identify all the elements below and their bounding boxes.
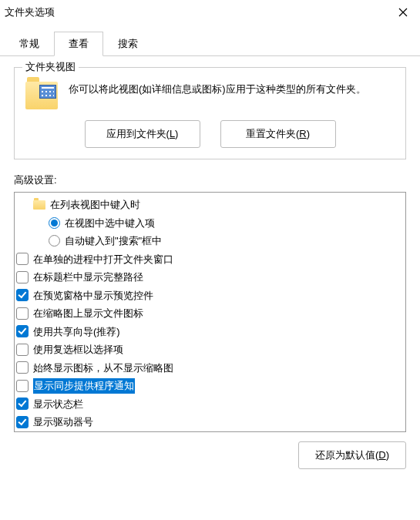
tab-general[interactable]: 常规 xyxy=(5,32,54,56)
tab-view[interactable]: 查看 xyxy=(54,32,103,56)
list-item[interactable]: 在列表视图中键入时 xyxy=(16,196,404,214)
tab-search[interactable]: 搜索 xyxy=(103,32,153,56)
checkbox[interactable] xyxy=(16,398,29,410)
list-item[interactable]: 显示驱动器号 xyxy=(16,413,404,431)
list-item-label: 使用复选框以选择项 xyxy=(33,342,123,357)
checkbox[interactable] xyxy=(16,380,29,392)
checkbox[interactable] xyxy=(16,416,29,428)
checkbox[interactable] xyxy=(16,289,29,301)
radio[interactable] xyxy=(49,217,60,229)
close-icon[interactable] xyxy=(394,3,412,22)
list-item[interactable]: 在单独的进程中打开文件夹窗口 xyxy=(16,250,404,269)
folder-view-group: 文件夹视图 你可以将此视图(如详细信息或图标)应用于这种类型的所有文件夹。 应用… xyxy=(14,67,406,159)
folder-view-legend: 文件夹视图 xyxy=(22,60,79,74)
list-item-label: 自动键入到"搜索"框中 xyxy=(65,233,162,249)
folder-view-desc: 你可以将此视图(如详细信息或图标)应用于这种类型的所有文件夹。 xyxy=(69,82,395,97)
checkbox[interactable] xyxy=(16,253,29,265)
list-item[interactable]: 显示状态栏 xyxy=(16,395,404,414)
list-item-label: 显示状态栏 xyxy=(33,397,83,412)
reset-folders-button[interactable]: 重置文件夹(R) xyxy=(220,120,336,148)
list-item[interactable]: 自动键入到"搜索"框中 xyxy=(16,232,404,250)
checkbox[interactable] xyxy=(16,271,29,283)
folder-icon xyxy=(25,82,58,109)
checkbox[interactable] xyxy=(16,325,29,337)
list-item[interactable]: 在视图中选中键入项 xyxy=(16,214,404,233)
list-item-label: 显示驱动器号 xyxy=(33,414,93,430)
list-item[interactable]: 使用共享向导(推荐) xyxy=(16,323,404,341)
advanced-settings-label: 高级设置: xyxy=(14,173,406,187)
list-item-label: 在缩略图上显示文件图标 xyxy=(33,306,143,321)
list-item-label: 在单独的进程中打开文件夹窗口 xyxy=(33,252,173,267)
list-item[interactable]: 在缩略图上显示文件图标 xyxy=(16,304,404,323)
list-item[interactable]: 使用复选框以选择项 xyxy=(16,341,404,359)
folder-icon xyxy=(33,200,45,210)
list-item[interactable]: 在预览窗格中显示预览控件 xyxy=(16,287,404,305)
list-item[interactable]: 减少项目之间的空间(紧凑视图) xyxy=(16,431,404,433)
list-item-label: 使用共享向导(推荐) xyxy=(33,324,120,340)
window-title: 文件夹选项 xyxy=(5,5,55,19)
list-item-label: 在预览窗格中显示预览控件 xyxy=(33,288,153,304)
tab-bar: 常规 查看 搜索 xyxy=(0,25,420,56)
list-item[interactable]: 始终显示图标，从不显示缩略图 xyxy=(16,359,404,377)
list-item[interactable]: 在标题栏中显示完整路径 xyxy=(16,268,404,287)
radio[interactable] xyxy=(49,235,60,247)
apply-to-folders-button[interactable]: 应用到文件夹(L) xyxy=(85,120,200,148)
list-item[interactable]: 显示同步提供程序通知 xyxy=(16,377,404,395)
list-item-label: 在标题栏中显示完整路径 xyxy=(33,270,143,285)
list-item-label: 在列表视图中键入时 xyxy=(50,197,140,213)
checkbox[interactable] xyxy=(16,307,29,320)
advanced-settings-list[interactable]: 在列表视图中键入时在视图中选中键入项自动键入到"搜索"框中在单独的进程中打开文件… xyxy=(14,192,406,432)
list-item-label: 在视图中选中键入项 xyxy=(65,216,155,231)
list-item-label: 始终显示图标，从不显示缩略图 xyxy=(33,361,173,376)
restore-defaults-button[interactable]: 还原为默认值(D) xyxy=(298,441,406,469)
checkbox[interactable] xyxy=(16,361,29,374)
checkbox[interactable] xyxy=(16,344,29,356)
list-item-label: 显示同步提供程序通知 xyxy=(33,378,135,394)
